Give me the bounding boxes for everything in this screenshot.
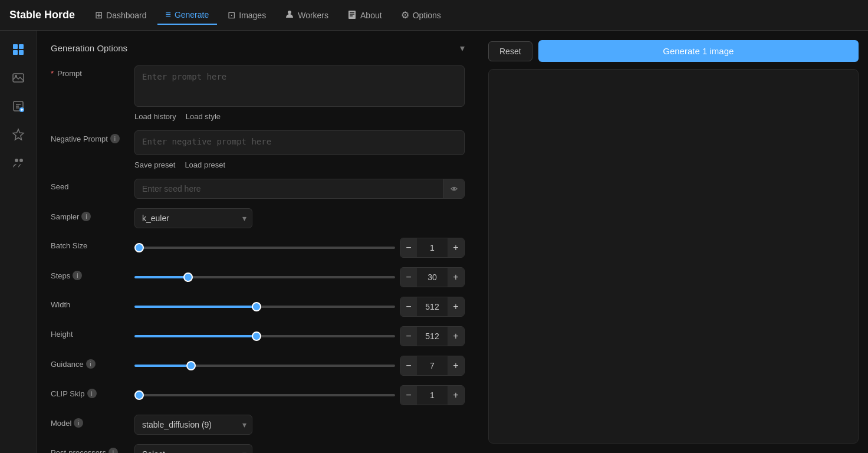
- width-slider[interactable]: [134, 306, 395, 308]
- width-decrement-button[interactable]: −: [400, 297, 417, 316]
- nav-workers-label: Workers: [298, 11, 328, 20]
- post-processors-select-wrap: Select: [134, 444, 252, 453]
- image-preview: [488, 69, 859, 444]
- negative-prompt-links: Save preset Load preset: [134, 160, 465, 169]
- sidebar-icon-grid[interactable]: [6, 38, 30, 61]
- height-increment-button[interactable]: +: [448, 327, 464, 346]
- guidance-input[interactable]: [417, 356, 448, 375]
- sampler-label: Sampler i: [51, 208, 127, 221]
- chevron-down-icon[interactable]: ▾: [460, 42, 465, 54]
- svg-rect-7: [13, 50, 18, 55]
- prompt-label: * Prompt: [51, 65, 127, 78]
- steps-info-icon[interactable]: i: [73, 271, 82, 280]
- seed-label: Seed: [51, 179, 127, 191]
- sidebar-icon-star[interactable]: [6, 123, 30, 146]
- batch-size-slider-row: − +: [134, 238, 465, 258]
- nav-images-label: Images: [239, 11, 266, 20]
- seed-input[interactable]: [135, 179, 443, 198]
- nav-options-label: Options: [413, 11, 441, 20]
- content-area: Generation Options ▾ * Prompt Load histo…: [37, 31, 868, 453]
- steps-wrap: − +: [134, 267, 465, 287]
- steps-row: Steps i − +: [51, 267, 465, 287]
- height-slider[interactable]: [134, 335, 395, 337]
- width-slider-row: − +: [134, 297, 465, 317]
- clip-skip-increment-button[interactable]: +: [448, 386, 464, 405]
- clip-skip-info-icon[interactable]: i: [87, 389, 97, 398]
- steps-slider[interactable]: [134, 276, 395, 278]
- width-increment-button[interactable]: +: [448, 297, 464, 316]
- load-history-link[interactable]: Load history: [134, 112, 176, 121]
- batch-size-slider[interactable]: [134, 247, 395, 249]
- sidebar-icon-style[interactable]: [6, 94, 30, 118]
- guidance-row: Guidance i − +: [51, 356, 465, 376]
- clip-skip-slider[interactable]: [134, 394, 395, 396]
- width-input[interactable]: [417, 297, 448, 316]
- batch-size-decrement-button[interactable]: −: [400, 238, 417, 257]
- sidebar-icon-image[interactable]: [6, 66, 30, 90]
- guidance-decrement-button[interactable]: −: [400, 356, 417, 375]
- section-header: Generation Options ▾: [51, 40, 465, 56]
- model-info-icon[interactable]: i: [74, 418, 83, 428]
- prompt-input[interactable]: [134, 65, 465, 107]
- height-slider-row: − +: [134, 326, 465, 346]
- steps-control: − +: [400, 267, 465, 287]
- post-processors-select[interactable]: Select: [134, 444, 252, 453]
- sampler-select[interactable]: k_euler: [134, 208, 252, 228]
- section-title: Generation Options: [51, 43, 127, 53]
- negative-prompt-wrap: Save preset Load preset: [134, 130, 465, 169]
- nav-options[interactable]: ⚙ Options: [393, 6, 449, 24]
- nav-about[interactable]: About: [339, 6, 390, 25]
- nav-about-label: About: [360, 11, 382, 20]
- sampler-info-icon[interactable]: i: [81, 212, 91, 221]
- generate-icon: ≡: [166, 9, 171, 20]
- negative-prompt-input[interactable]: [134, 130, 465, 155]
- model-select[interactable]: stable_diffusion (9): [134, 415, 252, 435]
- sidebar-icon-workers[interactable]: [6, 151, 30, 175]
- nav-images[interactable]: ⊡ Images: [219, 6, 274, 24]
- guidance-label: Guidance i: [51, 356, 127, 369]
- nav-dashboard-label: Dashboard: [106, 11, 147, 20]
- height-decrement-button[interactable]: −: [400, 327, 417, 346]
- negative-prompt-label: Negative Prompt i: [51, 130, 127, 143]
- model-row: Model i stable_diffusion (9): [51, 415, 465, 435]
- steps-slider-row: − +: [134, 267, 465, 287]
- steps-decrement-button[interactable]: −: [400, 268, 417, 287]
- load-style-link[interactable]: Load style: [186, 112, 221, 121]
- seed-randomize-button[interactable]: [443, 179, 464, 198]
- load-preset-link[interactable]: Load preset: [185, 160, 225, 169]
- batch-size-input[interactable]: [417, 238, 448, 257]
- height-wrap: − +: [134, 326, 465, 346]
- clip-skip-label: CLIP Skip i: [51, 385, 127, 398]
- dashboard-icon: ⊞: [95, 9, 103, 21]
- steps-label: Steps i: [51, 267, 127, 280]
- post-processors-wrap: Select: [134, 444, 465, 453]
- negative-prompt-info-icon[interactable]: i: [110, 134, 120, 143]
- nav-workers[interactable]: Workers: [277, 6, 337, 25]
- svg-rect-1: [348, 11, 356, 19]
- height-input[interactable]: [417, 327, 448, 346]
- guidance-slider[interactable]: [134, 365, 395, 367]
- generate-button[interactable]: Generate 1 image: [538, 40, 859, 62]
- about-icon: [347, 9, 357, 21]
- clip-skip-input[interactable]: [417, 386, 448, 405]
- guidance-info-icon[interactable]: i: [86, 359, 96, 369]
- height-row: Height − +: [51, 326, 465, 346]
- save-preset-link[interactable]: Save preset: [134, 160, 175, 169]
- reset-button[interactable]: Reset: [488, 41, 532, 61]
- negative-prompt-row: Negative Prompt i Save preset Load prese…: [51, 130, 465, 169]
- guidance-control: − +: [400, 356, 465, 376]
- sampler-wrap: k_euler: [134, 208, 465, 228]
- clip-skip-decrement-button[interactable]: −: [400, 386, 417, 405]
- nav-generate[interactable]: ≡ Generate: [157, 6, 218, 25]
- guidance-wrap: − +: [134, 356, 465, 376]
- steps-input[interactable]: [417, 268, 448, 287]
- guidance-increment-button[interactable]: +: [448, 356, 464, 375]
- sidebar: [0, 31, 37, 453]
- batch-size-increment-button[interactable]: +: [448, 238, 464, 257]
- post-processors-info-icon[interactable]: i: [108, 448, 118, 453]
- height-label: Height: [51, 326, 127, 339]
- sampler-select-wrap: k_euler: [134, 208, 252, 228]
- prompt-control-wrap: Load history Load style: [134, 65, 465, 121]
- steps-increment-button[interactable]: +: [448, 268, 464, 287]
- nav-dashboard[interactable]: ⊞ Dashboard: [87, 6, 155, 24]
